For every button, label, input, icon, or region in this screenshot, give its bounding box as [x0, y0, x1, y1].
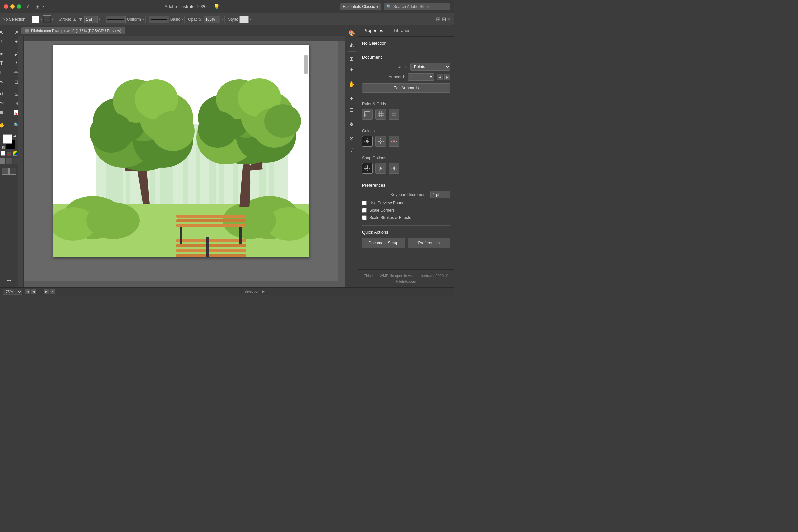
snap-to-pixel-button[interactable] [389, 163, 399, 174]
style-swatch[interactable] [240, 16, 249, 23]
stroke-style-display[interactable] [149, 16, 169, 23]
stroke-color-swatch[interactable] [43, 16, 51, 23]
scale-tool[interactable]: ⇲ [9, 90, 18, 98]
keyboard-increment-input[interactable] [430, 191, 450, 198]
chevron-down-icon[interactable]: ▾ [142, 17, 144, 21]
chevron-right-icon[interactable]: › [222, 17, 223, 22]
align-panel-icon[interactable]: ⊞ [347, 54, 357, 63]
libraries-icon[interactable]: ♣ [347, 119, 357, 129]
scale-corners-checkbox[interactable] [362, 208, 367, 213]
last-artboard-button[interactable]: ▸ [50, 289, 55, 294]
next-artboard-button[interactable]: ▶ [43, 289, 49, 294]
smart-guides-button[interactable] [362, 136, 373, 147]
artboard-prev-button[interactable]: ◀ [437, 74, 443, 80]
stroke-up-arrow[interactable]: ▲ [73, 17, 77, 22]
draw-mode-normal[interactable] [0, 158, 5, 164]
show-rulers-button[interactable] [362, 109, 373, 120]
align-icon[interactable]: ⊟ [441, 16, 446, 22]
tab-properties[interactable]: Properties [358, 25, 388, 36]
appearance-icon[interactable]: ⊙ [347, 133, 357, 143]
puppet-warp-icon[interactable]: ✋ [347, 79, 357, 89]
warp-tool[interactable]: 〜 [0, 99, 8, 108]
default-colors-icon[interactable]: ◩ [2, 146, 5, 149]
snap-to-grid-button[interactable] [375, 163, 386, 174]
snap-to-point-button[interactable] [362, 163, 373, 174]
chevron-down-icon[interactable]: ▾ [99, 17, 101, 21]
foreground-color[interactable] [3, 134, 12, 144]
rectangle-tool[interactable]: □ [0, 68, 8, 77]
symbol-sprayer-tool[interactable]: ❋ [0, 108, 8, 117]
chevron-down-icon[interactable]: ▾ [52, 17, 54, 21]
more-tools-button[interactable]: ••• [2, 276, 16, 285]
pen-tool[interactable]: ✒ [0, 50, 8, 58]
stroke-value-input[interactable] [84, 16, 98, 23]
color-mode-none[interactable] [7, 152, 11, 156]
zoom-select[interactable]: 75% 50% 100% 150% 200% [3, 289, 22, 294]
chevron-down-icon[interactable]: ▾ [40, 17, 42, 21]
color-mode-fill[interactable] [1, 151, 5, 156]
fullscreen-button[interactable] [17, 4, 21, 8]
close-button[interactable] [4, 4, 8, 8]
direct-selection-tool[interactable]: ↗ [9, 28, 18, 37]
magic-wand-tool[interactable]: ✦ [9, 37, 18, 46]
chevron-down-icon[interactable]: ▾ [250, 17, 252, 21]
layout-icon[interactable]: ⊞ [35, 3, 40, 10]
color-mode-gradient[interactable] [13, 151, 17, 156]
arrange-icon[interactable]: ⊞ [436, 16, 440, 22]
export-icon[interactable]: ⇧ [347, 145, 357, 155]
opacity-input[interactable] [204, 16, 221, 23]
scrollbar-handle[interactable] [304, 55, 308, 75]
artboards-icon[interactable]: ⊡ [347, 105, 357, 115]
clear-guides-button[interactable] [389, 136, 399, 147]
search-stock-input[interactable]: 🔍 Search Adobe Stock [384, 3, 450, 10]
use-preview-bounds-checkbox[interactable] [362, 201, 367, 206]
prev-artboard-button[interactable]: ◀ [31, 289, 36, 294]
minimize-button[interactable] [10, 4, 15, 8]
brush-tool[interactable]: 🖌 [9, 50, 18, 58]
smooth-tool[interactable]: ∿ [0, 77, 8, 86]
show-grid-button[interactable] [375, 109, 386, 120]
scale-strokes-effects-checkbox[interactable] [362, 215, 367, 220]
document-tab[interactable]: × FileInfo.com Example.wmf @ 75% (RGB/GP… [21, 27, 125, 34]
menu-icon[interactable]: ≡ [447, 16, 450, 22]
fill-color-swatch[interactable] [32, 16, 39, 23]
status-play-icon[interactable]: ▶ [262, 289, 265, 293]
screen-mode-full[interactable] [9, 168, 16, 174]
zoom-tool[interactable]: 🔍 [9, 121, 18, 129]
type-tool[interactable]: T [0, 59, 8, 68]
chevron-down-icon[interactable]: ▾ [42, 4, 44, 8]
preferences-button[interactable]: Preferences [407, 238, 451, 248]
canvas-scroll[interactable] [18, 36, 345, 287]
selection-tool[interactable]: ↖ [0, 28, 8, 37]
first-artboard-button[interactable]: ◂ [25, 289, 30, 294]
path-panel-icon[interactable]: ◭ [347, 39, 357, 49]
units-select[interactable]: Points Pixels Inches Millimeters [410, 63, 450, 71]
paintbrush-tool[interactable]: ✏ [9, 68, 18, 77]
artboard-next-button[interactable]: ▶ [444, 74, 450, 80]
show-dotted-grid-button[interactable] [389, 109, 399, 120]
color-panel-icon[interactable]: 🎨 [347, 28, 357, 38]
home-icon[interactable]: ⌂ [27, 3, 31, 10]
lasso-tool[interactable]: ⌇ [0, 37, 8, 46]
show-guides-button[interactable] [375, 136, 386, 147]
stroke-line-display[interactable] [106, 16, 126, 23]
transform-panel-icon[interactable]: ✦ [347, 65, 357, 75]
screen-mode-normal[interactable] [2, 168, 8, 174]
free-transform-tool[interactable]: ⊡ [9, 99, 18, 108]
eraser-tool[interactable]: ◻ [9, 77, 18, 86]
chevron-down-icon[interactable]: ▾ [181, 17, 183, 21]
draw-mode-behind[interactable] [13, 158, 18, 164]
column-graph-tool[interactable]: 📊 [9, 108, 18, 117]
stroke-down-arrow[interactable]: ▼ [78, 17, 83, 22]
layers-icon[interactable]: ♦ [347, 93, 357, 103]
tab-close-icon[interactable]: × [25, 28, 29, 33]
swap-colors-icon[interactable]: ⇄ [13, 134, 16, 138]
hand-tool[interactable]: ✋ [0, 121, 8, 129]
line-tool[interactable]: / [9, 59, 18, 68]
draw-mode-inside[interactable] [6, 158, 12, 164]
rotate-tool[interactable]: ↺ [0, 90, 8, 98]
workspace-selector[interactable]: Essentials Classic ▾ [340, 3, 381, 10]
document-setup-button[interactable]: Document Setup [362, 238, 405, 248]
edit-artboards-button[interactable]: Edit Artboards [362, 83, 450, 93]
tab-libraries[interactable]: Libraries [388, 25, 416, 36]
